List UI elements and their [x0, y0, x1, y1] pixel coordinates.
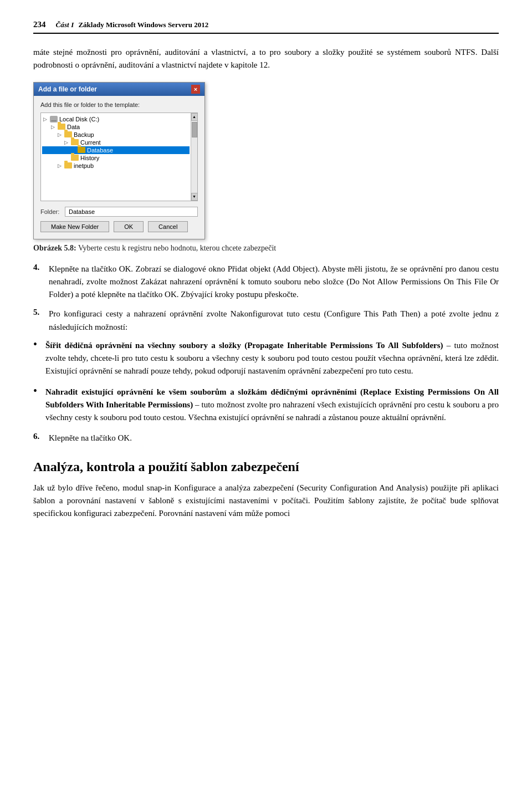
bullet-dot-2: • [33, 385, 45, 397]
dialog-body: Add this file or folder to the template:… [34, 96, 204, 239]
part-label: Část I [56, 21, 74, 29]
bullet-1-bold: Šířit dědičná oprávnění na všechny soubo… [45, 341, 443, 350]
dialog-tree[interactable]: ▷ Local Disk (C:) ▷ Data [41, 113, 191, 201]
dialog-tree-container[interactable]: ▷ Local Disk (C:) ▷ Data [40, 113, 198, 201]
scrollbar-thumb[interactable] [192, 122, 197, 137]
dialog-title: Add a file or folder [38, 85, 97, 93]
caption-label: Obrázek 5.8: [33, 244, 76, 252]
dialog-titlebar: Add a file or folder × [34, 83, 204, 96]
dialog-cancel-button[interactable]: Cancel [148, 221, 188, 232]
folder-icon-backup [64, 131, 72, 137]
bullet-1: • Šířit dědičná oprávnění na všechny sou… [33, 339, 499, 378]
bullet-2: • Nahradit existující oprávnění ke všem … [33, 386, 499, 425]
caption-text: Vyberte cestu k registru nebo hodnotu, k… [78, 244, 276, 252]
dialog-screenshot: Add a file or folder × Add this file or … [33, 82, 499, 239]
bullet-dot-1: • [33, 338, 45, 351]
step-5-number: 5. [33, 308, 49, 317]
tree-arrow-0: ▷ [43, 116, 50, 122]
bullet-1-content: Šířit dědičná oprávnění na všechny soubo… [45, 339, 499, 378]
dialog-ok-button[interactable]: OK [114, 221, 144, 232]
tree-item-inetpub[interactable]: ▷ inetpub [42, 162, 190, 170]
dialog-folder-row: Folder: [40, 207, 198, 217]
scrollbar-down-button[interactable]: ▼ [191, 193, 198, 201]
step-4: 4. Klepněte na tlačítko OK. Zobrazí se d… [33, 263, 499, 302]
tree-arrow-2: ▷ [58, 132, 64, 137]
tree-arrow-3: ▷ [64, 140, 71, 145]
scrollbar-up-button[interactable]: ▲ [191, 113, 198, 121]
figure-caption: Obrázek 5.8: Vyberte cestu k registru ne… [33, 244, 499, 253]
intro-paragraph: máte stejné možnosti pro oprávnění, audi… [33, 46, 499, 72]
step-6-text: Klepněte na tlačítko OK. [49, 432, 132, 444]
tree-arrow-1: ▷ [51, 124, 58, 130]
tree-label-local-disk: Local Disk (C:) [59, 116, 99, 122]
dialog-folder-label: Folder: [40, 208, 65, 215]
page: 234 Část I Základy Microsoft Windows Ser… [0, 0, 532, 792]
step-5-bullets: • Šířit dědičná oprávnění na všechny sou… [33, 339, 499, 425]
step-5-intro: Pro konfiguraci cesty a nahrazení oprávn… [49, 308, 499, 334]
dialog-folder-input[interactable] [65, 207, 198, 217]
page-number: 234 [33, 20, 46, 29]
step-6: 6. Klepněte na tlačítko OK. [33, 432, 499, 444]
tree-scrollbar[interactable]: ▲ ▼ [191, 113, 197, 201]
dialog-new-folder-button[interactable]: Make New Folder [40, 221, 109, 232]
section-text: Jak už bylo dříve řečeno, modul snap-in … [33, 482, 499, 520]
dialog-buttons: Make New Folder OK Cancel [40, 221, 198, 232]
dialog-close-button[interactable]: × [191, 85, 200, 94]
step-4-text: Klepněte na tlačítko OK. Zobrazí se dial… [49, 263, 499, 302]
bullet-2-content: Nahradit existující oprávnění ke všem so… [45, 386, 499, 425]
tree-item-backup[interactable]: ▷ Backup [42, 131, 190, 139]
folder-icon-current [71, 139, 79, 145]
tree-item-local-disk[interactable]: ▷ Local Disk (C:) [42, 115, 190, 123]
section-heading: Analýza, kontrola a použití šablon zabez… [33, 458, 499, 475]
dialog-instruction: Add this file or folder to the template: [40, 101, 198, 108]
tree-arrow-6: ▷ [58, 163, 64, 168]
hdd-icon [50, 116, 58, 122]
chapter-title: Základy Microsoft Windows Serveru 2012 [78, 21, 208, 29]
step-6-number: 6. [33, 432, 49, 441]
step-5: 5. Pro konfiguraci cesty a nahrazení opr… [33, 308, 499, 424]
step-4-number: 4. [33, 263, 49, 272]
folder-icon-data [58, 124, 65, 130]
page-header: 234 Část I Základy Microsoft Windows Ser… [33, 20, 499, 34]
folder-icon-history [71, 155, 79, 161]
tree-label-current: Current [80, 139, 101, 146]
tree-label-history: History [80, 155, 99, 161]
tree-label-database: Database [87, 147, 113, 154]
tree-item-current[interactable]: ▷ Current [42, 139, 190, 146]
tree-label-inetpub: inetpub [74, 162, 94, 169]
tree-label-data: Data [67, 124, 80, 130]
dialog-box: Add a file or folder × Add this file or … [33, 82, 205, 239]
tree-label-backup: Backup [74, 131, 94, 138]
tree-item-database[interactable]: Database [42, 146, 190, 154]
folder-icon-database [78, 147, 85, 153]
folder-icon-inetpub [64, 162, 72, 168]
